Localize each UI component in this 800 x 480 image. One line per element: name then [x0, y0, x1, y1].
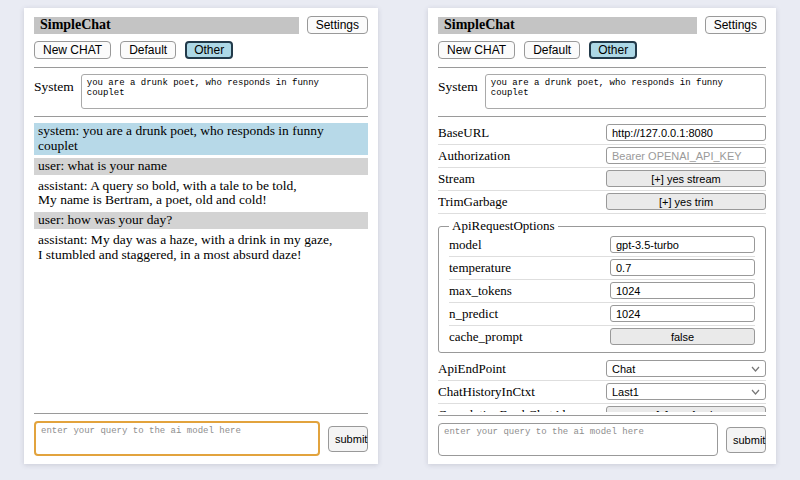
- chat-history-in-ctxt-label: ChatHistoryInCtxt: [438, 384, 606, 400]
- model-label: model: [449, 237, 610, 253]
- setting-row-n-predict: n_predict: [449, 303, 755, 326]
- setting-row-completion-fresh-chat-always: CompletionFreshChatAlways [+] yes fresh: [438, 404, 766, 412]
- system-prompt-row: System you are a drunk poet, who respond…: [438, 74, 766, 109]
- settings-list: BaseURL Authorization Stream [+] yes str…: [438, 122, 766, 412]
- system-label: System: [438, 74, 478, 95]
- chat-message-user: user: what is your name: [34, 158, 368, 175]
- query-input[interactable]: [438, 423, 718, 456]
- api-request-options-fieldset: ApiRequestOptions model temperature max_…: [438, 218, 766, 353]
- setting-row-stream: Stream [+] yes stream: [438, 168, 766, 191]
- session-tab-other[interactable]: Other: [185, 41, 233, 59]
- api-endpoint-selected-value: Chat: [612, 363, 635, 375]
- chat-history-selected-value: Last1: [612, 386, 639, 398]
- session-tab-other[interactable]: Other: [589, 41, 637, 59]
- api-request-options-legend: ApiRequestOptions: [449, 218, 558, 234]
- submit-button[interactable]: submit: [726, 427, 766, 453]
- api-endpoint-select[interactable]: Chat: [606, 360, 766, 377]
- n-predict-label: n_predict: [449, 306, 610, 322]
- temperature-label: temperature: [449, 260, 610, 276]
- stream-label: Stream: [438, 171, 606, 187]
- divider: [34, 413, 368, 414]
- app-title: SimpleChat: [444, 17, 515, 33]
- divider: [438, 116, 766, 117]
- divider: [438, 67, 766, 68]
- cache-prompt-label: cache_prompt: [449, 329, 610, 345]
- query-row: submit: [34, 421, 368, 456]
- chevron-down-icon: [751, 366, 760, 372]
- chat-message-system: system: you are a drunk poet, who respon…: [34, 123, 368, 155]
- header-row: SimpleChat Settings: [438, 16, 766, 34]
- max-tokens-label: max_tokens: [449, 283, 610, 299]
- setting-row-authorization: Authorization: [438, 145, 766, 168]
- divider: [438, 415, 766, 416]
- system-label: System: [34, 74, 74, 95]
- trimgarbage-label: TrimGarbage: [438, 194, 606, 210]
- session-tab-default[interactable]: Default: [524, 41, 580, 59]
- completion-fresh-chat-always-label: CompletionFreshChatAlways: [438, 407, 606, 413]
- authorization-input[interactable]: [606, 147, 766, 164]
- setting-row-cache-prompt: cache_prompt false: [449, 326, 755, 348]
- stream-toggle-button[interactable]: [+] yes stream: [606, 170, 766, 187]
- max-tokens-input[interactable]: [610, 282, 755, 299]
- chat-history-in-ctxt-select[interactable]: Last1: [606, 383, 766, 400]
- app-titlebar: SimpleChat: [34, 17, 299, 34]
- chat-panel: SimpleChat Settings New CHAT Default Oth…: [24, 8, 378, 464]
- query-row: submit: [438, 423, 766, 456]
- new-chat-button[interactable]: New CHAT: [438, 41, 515, 59]
- chat-message-assistant: assistant: A query so bold, with a tale …: [34, 178, 368, 210]
- app-titlebar: SimpleChat: [438, 17, 697, 34]
- setting-row-temperature: temperature: [449, 257, 755, 280]
- chat-message-assistant: assistant: My day was a haze, with a dri…: [34, 232, 368, 264]
- settings-button[interactable]: Settings: [307, 16, 368, 34]
- divider: [34, 116, 368, 117]
- setting-row-api-endpoint: ApiEndPoint Chat: [438, 358, 766, 381]
- baseurl-label: BaseURL: [438, 125, 606, 141]
- temperature-input[interactable]: [610, 259, 755, 276]
- header-row: SimpleChat Settings: [34, 16, 368, 34]
- setting-row-baseurl: BaseURL: [438, 122, 766, 145]
- setting-row-max-tokens: max_tokens: [449, 280, 755, 303]
- system-prompt-input[interactable]: you are a drunk poet, who responds in fu…: [485, 74, 766, 109]
- setting-row-trimgarbage: TrimGarbage [+] yes trim: [438, 191, 766, 214]
- chevron-down-icon: [751, 389, 760, 395]
- setting-row-model: model: [449, 234, 755, 257]
- system-prompt-input[interactable]: you are a drunk poet, who responds in fu…: [81, 74, 368, 109]
- cache-prompt-toggle-button[interactable]: false: [610, 328, 755, 345]
- divider: [34, 67, 368, 68]
- settings-panel: SimpleChat Settings New CHAT Default Oth…: [428, 8, 776, 464]
- api-endpoint-label: ApiEndPoint: [438, 361, 606, 377]
- trimgarbage-toggle-button[interactable]: [+] yes trim: [606, 193, 766, 210]
- new-chat-button[interactable]: New CHAT: [34, 41, 111, 59]
- submit-button[interactable]: submit: [328, 426, 368, 452]
- setting-row-chat-history-in-ctxt: ChatHistoryInCtxt Last1: [438, 381, 766, 404]
- baseurl-input[interactable]: [606, 124, 766, 141]
- settings-button[interactable]: Settings: [705, 16, 766, 34]
- chat-message-list: system: you are a drunk poet, who respon…: [34, 123, 368, 410]
- n-predict-input[interactable]: [610, 305, 755, 322]
- completion-fresh-chat-toggle-button[interactable]: [+] yes fresh: [606, 406, 766, 412]
- chat-message-user: user: how was your day?: [34, 212, 368, 229]
- session-toolbar: New CHAT Default Other: [34, 41, 368, 59]
- query-input[interactable]: [34, 421, 320, 456]
- system-prompt-row: System you are a drunk poet, who respond…: [34, 74, 368, 109]
- authorization-label: Authorization: [438, 148, 606, 164]
- model-input[interactable]: [610, 236, 755, 253]
- session-toolbar: New CHAT Default Other: [438, 41, 766, 59]
- session-tab-default[interactable]: Default: [120, 41, 176, 59]
- app-title: SimpleChat: [40, 17, 111, 33]
